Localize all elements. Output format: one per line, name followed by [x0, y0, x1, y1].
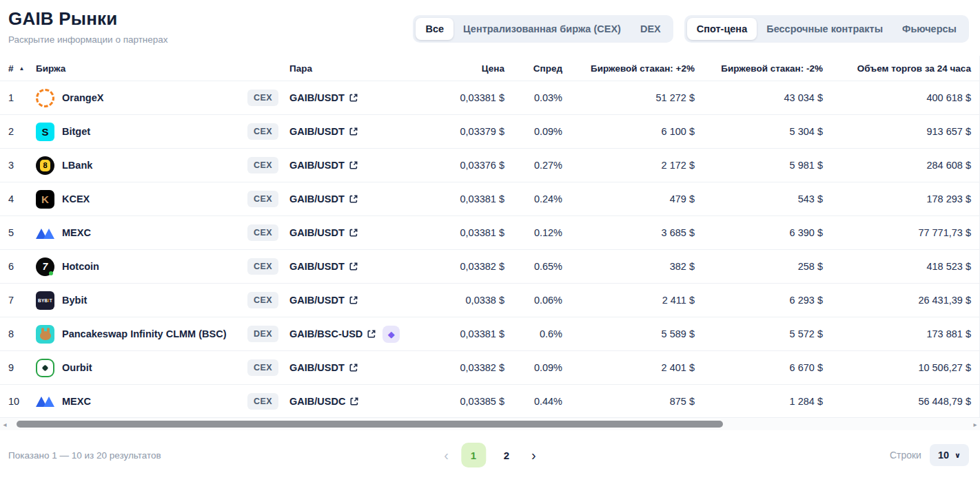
rank-cell: 4: [8, 193, 36, 204]
exchange-type-badge: CEX: [247, 157, 278, 173]
filter-tab[interactable]: Централизованная биржа (CEX): [453, 18, 631, 40]
pagination-page-button[interactable]: 1: [461, 443, 486, 467]
exchange-type-tab-group: ВсеЦентрализованная биржа (CEX)DEX: [413, 15, 673, 43]
scrollbar-track[interactable]: [10, 421, 970, 428]
filter-tab[interactable]: Фьючерсы: [892, 18, 966, 40]
exchange-cell[interactable]: MEXC CEX: [36, 224, 289, 242]
pair-link[interactable]: GAIB/USDT: [289, 92, 358, 103]
table-row: 3 8 LBank CEX GAIB/USDT ◆ 0,03376 $ 0.27…: [0, 148, 979, 182]
exchange-logo-icon: [36, 392, 54, 410]
pair-link[interactable]: GAIB/USDT: [289, 295, 358, 306]
rank-cell: 1: [8, 92, 36, 103]
exchange-cell[interactable]: MEXC CEX: [36, 392, 289, 410]
spread-cell: 0.06%: [504, 295, 562, 306]
pair-link[interactable]: GAIB/USDT: [289, 261, 358, 272]
depth-plus-cell: 479 $: [562, 193, 695, 204]
pair-label: GAIB/USDT: [289, 295, 345, 306]
column-header-rank[interactable]: # ▲: [8, 63, 36, 74]
pagination-next-icon[interactable]: ›: [527, 448, 540, 462]
rows-per-page-select[interactable]: 10 ∨: [930, 444, 969, 466]
exchange-cell[interactable]: S Bitget CEX: [36, 123, 289, 141]
pair-link[interactable]: GAIB/USDT: [289, 126, 358, 137]
chain-badge[interactable]: ◆: [382, 326, 400, 343]
exchange-logo-icon: BYBIT: [36, 291, 54, 310]
filter-tab[interactable]: Бессрочные контракты: [757, 18, 892, 40]
filter-tab[interactable]: Все: [416, 18, 453, 40]
page-subtitle: Раскрытие информации о партнерах: [8, 34, 168, 45]
pair-label: GAIB/USDC: [289, 396, 345, 407]
pair-cell: GAIB/USDT ◆: [289, 261, 433, 272]
depth-plus-cell: 2 401 $: [562, 362, 695, 373]
scroll-left-arrow-icon[interactable]: ◂: [0, 421, 10, 428]
price-cell: 0,03382 $: [433, 261, 504, 272]
exchange-cell[interactable]: OrangeX CEX: [36, 89, 289, 107]
volume-cell: 10 506,27 $: [823, 362, 971, 373]
pair-link[interactable]: GAIB/USDC: [289, 396, 359, 407]
filter-tab-groups: ВсеЦентрализованная биржа (CEX)DEX Спот-…: [413, 15, 969, 43]
pair-cell: GAIB/USDT ◆: [289, 92, 433, 103]
exchange-cell[interactable]: 7 Hotcoin CEX: [36, 257, 289, 276]
pagination: ‹ 12 ›: [440, 443, 540, 467]
pagination-prev-icon[interactable]: ‹: [440, 448, 453, 462]
rank-cell: 10: [8, 396, 36, 407]
pair-cell: GAIB/USDT ◆: [289, 126, 433, 137]
scrollbar-thumb[interactable]: [17, 421, 723, 428]
spread-cell: 0.65%: [504, 261, 562, 272]
sort-asc-icon: ▲: [19, 65, 25, 72]
external-link-icon: [349, 262, 358, 271]
pair-link[interactable]: GAIB/USDT: [289, 193, 358, 204]
pagination-page-button[interactable]: 2: [494, 443, 519, 467]
exchange-type-badge: CEX: [247, 123, 278, 140]
exchange-cell[interactable]: Ourbit CEX: [36, 359, 289, 377]
external-link-icon: [349, 363, 358, 372]
exchange-name: Bitget: [62, 126, 90, 137]
price-cell: 0,03381 $: [433, 193, 504, 204]
spread-cell: 0.09%: [504, 362, 562, 373]
page-title: GAIB Рынки: [8, 8, 168, 30]
price-cell: 0,03381 $: [433, 92, 504, 103]
depth-minus-cell: 5 304 $: [695, 126, 823, 137]
spread-cell: 0.27%: [504, 160, 562, 171]
depth-minus-cell: 6 390 $: [695, 227, 823, 238]
depth-minus-cell: 1 284 $: [695, 396, 823, 407]
exchange-logo-icon: [36, 325, 54, 344]
depth-minus-cell: 6 670 $: [695, 362, 823, 373]
table-row: 8 Pancakeswap Infinity CLMM (BSC) DEX GA…: [0, 317, 979, 350]
exchange-cell[interactable]: 8 LBank CEX: [36, 156, 289, 175]
exchange-type-badge: CEX: [247, 393, 278, 410]
rank-cell: 7: [8, 295, 36, 306]
depth-plus-cell: 382 $: [562, 261, 695, 272]
footer-bar: Показано 1 — 10 из 20 результатов ‹ 12 ›…: [0, 430, 980, 466]
volume-cell: 26 431,39 $: [823, 295, 971, 306]
horizontal-scrollbar: ◂ ▸: [0, 418, 980, 430]
pair-cell: GAIB/USDT ◆: [289, 227, 433, 238]
pair-link[interactable]: GAIB/BSC-USD: [289, 328, 376, 339]
column-header-depth-minus: Биржевой стакан: -2%: [695, 63, 823, 74]
exchange-cell[interactable]: BYBIT Bybit CEX: [36, 291, 289, 310]
rank-cell: 8: [8, 328, 36, 339]
exchange-name: MEXC: [62, 227, 91, 238]
exchange-type-badge: CEX: [247, 292, 278, 308]
exchange-type-badge: CEX: [247, 224, 278, 241]
pair-link[interactable]: GAIB/USDT: [289, 362, 358, 373]
exchange-name: Hotcoin: [62, 261, 99, 272]
price-cell: 0,03381 $: [433, 328, 504, 339]
pair-label: GAIB/USDT: [289, 92, 345, 103]
pagination-pages: 12: [461, 443, 519, 467]
volume-cell: 77 771,73 $: [823, 227, 971, 238]
column-header-pair: Пара: [289, 63, 433, 74]
exchange-cell[interactable]: K KCEX CEX: [36, 190, 289, 209]
rows-per-page-value: 10: [938, 450, 949, 461]
scroll-right-arrow-icon[interactable]: ▸: [970, 421, 980, 428]
pair-link[interactable]: GAIB/USDT: [289, 227, 358, 238]
pair-link[interactable]: GAIB/USDT: [289, 160, 358, 171]
external-link-icon: [349, 397, 359, 406]
pair-label: GAIB/USDT: [289, 193, 345, 204]
spread-cell: 0.03%: [504, 92, 562, 103]
exchange-cell[interactable]: Pancakeswap Infinity CLMM (BSC) DEX: [36, 325, 289, 344]
filter-tab[interactable]: DEX: [631, 18, 671, 40]
table-row: 5 MEXC CEX GAIB/USDT ◆ 0,03381 $ 0.12% 3…: [0, 215, 979, 249]
column-header-spread: Спред: [504, 63, 562, 74]
filter-tab[interactable]: Спот-цена: [687, 18, 757, 40]
table-row: 2 S Bitget CEX GAIB/USDT ◆ 0,03379 $ 0.0…: [0, 114, 979, 148]
